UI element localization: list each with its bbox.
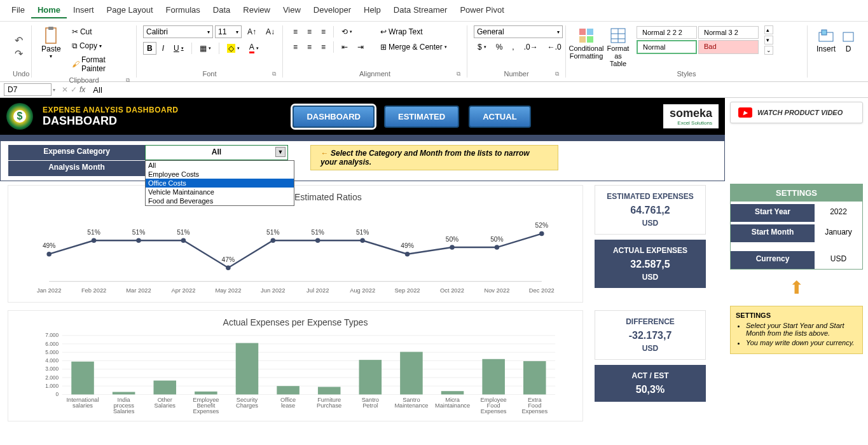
start-year-value[interactable]: 2022 [815, 204, 862, 222]
alignment-launcher-icon[interactable]: ⧉ [457, 71, 460, 78]
svg-rect-11 [822, 30, 827, 35]
arrow-up-icon: ⬆ [730, 277, 863, 298]
align-right-icon[interactable]: ≡ [317, 41, 329, 53]
align-center-icon[interactable]: ≡ [303, 41, 315, 53]
menu-page-layout[interactable]: Page Layout [100, 3, 160, 18]
chevron-down-icon[interactable]: ▼ [275, 147, 286, 157]
decrease-decimal-icon[interactable]: ←.0 [544, 41, 565, 53]
align-left-icon[interactable]: ≡ [289, 41, 301, 53]
formula-input[interactable]: All [93, 85, 102, 95]
menu-insert[interactable]: Insert [67, 3, 100, 18]
svg-text:Purchase: Purchase [317, 402, 341, 409]
start-month-value[interactable]: January [815, 224, 862, 242]
percent-icon[interactable]: % [492, 41, 507, 53]
menu-data[interactable]: Data [207, 3, 237, 18]
currency-value[interactable]: USD [815, 251, 862, 269]
increase-indent-icon[interactable]: ⇥ [354, 41, 368, 53]
style-normal[interactable]: Normal [637, 40, 697, 54]
watch-video-button[interactable]: ▶ WATCH PRODUCT VIDEO [730, 102, 863, 123]
paste-button[interactable]: Paste ▾ [38, 25, 64, 60]
decrease-font-icon[interactable]: A↓ [262, 25, 279, 38]
clipboard-launcher-icon[interactable]: ⧉ [126, 77, 130, 84]
decrease-indent-icon[interactable]: ⇤ [338, 41, 352, 53]
line-chart-title: Monthly Actual / Estimated Ratios [15, 192, 576, 202]
accounting-icon[interactable]: $▾ [474, 41, 490, 53]
align-bottom-icon[interactable]: ≡ [317, 25, 329, 38]
dropdown-option[interactable]: Office Costs [146, 179, 294, 188]
style-bad[interactable]: Bad [698, 40, 759, 54]
svg-text:49%: 49% [43, 242, 56, 249]
accept-formula-icon[interactable]: ✓ [71, 85, 77, 94]
italic-button[interactable]: I [158, 42, 168, 55]
merge-center-button[interactable]: ⊞Merge & Center▾ [376, 41, 451, 53]
cut-button[interactable]: ✂Cut [68, 25, 130, 38]
menu-power-pivot[interactable]: Power Pivot [453, 3, 510, 18]
format-as-table-button[interactable]: Format as Table [604, 25, 632, 69]
underline-button[interactable]: U ▾ [170, 42, 188, 55]
align-middle-icon[interactable]: ≡ [303, 25, 315, 38]
wrap-text-button[interactable]: ↩Wrap Text [376, 25, 451, 38]
youtube-icon: ▶ [738, 107, 752, 118]
undo-icon[interactable]: ↶ [15, 34, 23, 46]
dropdown-option[interactable]: Vehicle Maintainance [146, 188, 294, 196]
category-dropdown[interactable]: All Employee Costs Office Costs Vehicle … [145, 160, 294, 206]
fill-color-button[interactable]: ◇▾ [223, 42, 244, 55]
svg-text:51%: 51% [177, 229, 190, 236]
menu-help[interactable]: Help [357, 3, 387, 18]
number-format-combo[interactable]: General▾ [474, 25, 563, 38]
cancel-formula-icon[interactable]: ✕ [62, 85, 68, 94]
dropdown-option[interactable]: Food and Beverages [146, 196, 294, 205]
menu-developer[interactable]: Developer [307, 3, 357, 18]
svg-rect-83 [277, 386, 300, 394]
menu-formulas[interactable]: Formulas [160, 3, 207, 18]
styles-scroll-down-icon[interactable]: ▾ [764, 36, 773, 44]
svg-point-23 [181, 238, 186, 243]
dropdown-option[interactable]: All [146, 161, 294, 170]
format-painter-button[interactable]: 🖌Format Painter [68, 53, 130, 75]
svg-rect-66 [71, 362, 94, 395]
kpi-actual: ACTUAL EXPENSES 32.587,5 USD [595, 240, 706, 288]
increase-font-icon[interactable]: A↑ [244, 25, 260, 38]
nav-actual-button[interactable]: ACTUAL [469, 106, 530, 128]
increase-decimal-icon[interactable]: .0→ [520, 41, 542, 53]
align-top-icon[interactable]: ≡ [289, 25, 301, 38]
insert-button[interactable]: Insert [814, 25, 838, 55]
font-color-button[interactable]: A▾ [245, 41, 263, 55]
alignment-group-label: Alignment⧉ [289, 69, 460, 78]
border-button[interactable]: ▦▾ [196, 42, 215, 55]
orientation-icon[interactable]: ⟲▾ [338, 25, 356, 38]
style-normal32[interactable]: Normal 3 2 [698, 26, 759, 39]
comma-icon[interactable]: , [508, 41, 518, 53]
dashboard-subtitle: EXPENSE ANALYSIS DASHBOARD [43, 106, 178, 114]
font-launcher-icon[interactable]: ⧉ [272, 71, 276, 78]
menu-view[interactable]: View [277, 3, 307, 18]
menu-home[interactable]: Home [31, 3, 67, 18]
font-size-combo[interactable]: 11▾ [215, 25, 242, 38]
dropdown-option[interactable]: Employee Costs [146, 170, 294, 179]
category-filter-select[interactable]: All ▼ All Employee Costs Office Costs Ve… [145, 145, 288, 160]
menu-data-streamer[interactable]: Data Streamer [387, 3, 454, 18]
bold-button[interactable]: B [143, 42, 156, 55]
name-box[interactable]: D7 [4, 83, 52, 96]
menu-review[interactable]: Review [237, 3, 277, 18]
svg-text:7.000: 7.000 [45, 332, 59, 338]
style-normal222[interactable]: Normal 2 2 2 [637, 26, 697, 39]
font-family-combo[interactable]: Calibri▾ [143, 25, 213, 38]
svg-text:Expenses: Expenses [521, 408, 548, 414]
svg-point-38 [405, 252, 410, 256]
nav-dashboard-button[interactable]: DASHBOARD [293, 106, 375, 128]
svg-text:51%: 51% [266, 229, 280, 236]
menu-file[interactable]: File [5, 3, 31, 18]
wrap-icon: ↩ [380, 27, 387, 36]
kpi-estimated: ESTIMATED EXPENSES 64.761,2 USD [595, 185, 706, 235]
delete-button[interactable]: D [842, 25, 855, 55]
redo-icon[interactable]: ↷ [15, 48, 23, 60]
styles-more-icon[interactable]: ⌄ [764, 46, 773, 55]
styles-scroll-up-icon[interactable]: ▴ [764, 25, 773, 34]
number-launcher-icon[interactable]: ⧉ [555, 71, 559, 78]
nav-estimated-button[interactable]: ESTIMATED [384, 106, 459, 128]
fx-icon[interactable]: fx [79, 85, 85, 94]
copy-button[interactable]: ⧉Copy▾ [68, 39, 130, 52]
conditional-formatting-button[interactable]: Conditional Formatting [572, 25, 600, 61]
svg-text:lease: lease [281, 402, 295, 409]
